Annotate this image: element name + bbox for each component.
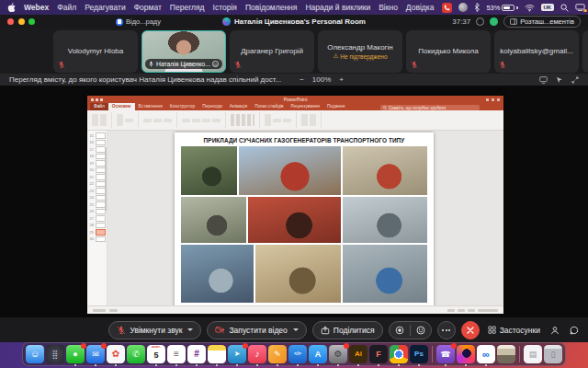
webex-call-icon[interactable] bbox=[442, 3, 452, 13]
slide-thumbnail-18[interactable]: 18 bbox=[88, 154, 106, 160]
participant-tile-1[interactable]: Наталія Цивенко...⊙ bbox=[141, 30, 226, 73]
reminders-icon[interactable]: ≡ bbox=[167, 345, 186, 363]
facetime-icon[interactable]: ✆ bbox=[127, 345, 145, 363]
slack-icon[interactable]: # bbox=[187, 345, 206, 363]
apps-button[interactable]: Застосунки bbox=[488, 326, 540, 335]
minimized-presentation-window-icon[interactable] bbox=[497, 345, 515, 363]
menu-item-4[interactable]: Перегляд bbox=[170, 3, 205, 12]
slide-thumbnail-16[interactable]: 16 bbox=[88, 140, 106, 146]
chrome-icon[interactable] bbox=[390, 345, 408, 363]
slide-thumbnail-25[interactable]: 25 bbox=[88, 201, 106, 208]
slide-thumbnail-26[interactable]: 26 bbox=[88, 209, 106, 215]
zoom-window-button[interactable] bbox=[28, 18, 35, 25]
calendar-icon[interactable]: жовт.5 bbox=[147, 345, 165, 363]
connection-indicator-icon[interactable] bbox=[476, 17, 484, 26]
bluetooth-icon[interactable] bbox=[474, 3, 480, 12]
input-source-uk[interactable]: UK bbox=[541, 4, 554, 11]
menu-item-6[interactable]: Повідомлення bbox=[245, 3, 297, 12]
menu-item-9[interactable]: Довідка bbox=[406, 3, 435, 12]
shared-doc-tab[interactable]: Відо...раду bbox=[116, 17, 161, 26]
ribbon-group[interactable] bbox=[182, 112, 226, 128]
ppt-tab-5[interactable]: Анімація bbox=[226, 103, 251, 110]
gray-orb-icon[interactable] bbox=[458, 3, 468, 12]
menu-item-7[interactable]: Наради й виклики bbox=[305, 3, 370, 12]
slide-thumbnail-19[interactable]: 19 bbox=[88, 160, 106, 167]
menu-item-2[interactable]: Редагувати bbox=[85, 3, 125, 12]
participant-tile-2[interactable]: Драганер Григорій bbox=[230, 30, 314, 73]
firefox-icon[interactable] bbox=[457, 345, 475, 363]
ppt-quick-access-toolbar[interactable] bbox=[91, 98, 103, 101]
slide-thumbnail-27[interactable]: 27 bbox=[88, 215, 106, 222]
slide-thumbnail-15[interactable]: 15 bbox=[88, 132, 106, 139]
slide-thumbnail-28[interactable]: 28 bbox=[88, 223, 106, 229]
menu-item-5[interactable]: Історія bbox=[213, 3, 237, 12]
system-settings-icon[interactable]: ⚙ bbox=[329, 345, 347, 363]
slide-thumbnail-29[interactable]: 29 bbox=[88, 229, 106, 236]
ppt-window-controls[interactable] bbox=[486, 98, 500, 101]
wifi-icon[interactable] bbox=[525, 4, 535, 12]
display-view-icon[interactable] bbox=[539, 76, 548, 84]
close-window-button[interactable] bbox=[7, 18, 14, 25]
illustrator-icon[interactable]: Ai bbox=[349, 345, 368, 363]
screen-mirroring-icon[interactable] bbox=[575, 4, 585, 11]
share-button[interactable]: Поділитися bbox=[312, 321, 383, 339]
ppt-tab-7[interactable]: Рецензування bbox=[288, 103, 323, 110]
reactions-button[interactable] bbox=[416, 326, 425, 335]
slide-thumbnail-24[interactable]: 24 bbox=[88, 195, 106, 201]
downloads-stack-icon[interactable]: ▤ bbox=[524, 345, 542, 363]
slide-thumbnail-23[interactable]: 23 bbox=[88, 188, 106, 194]
slide-thumbnail-17[interactable]: 17 bbox=[88, 146, 106, 153]
vscode-icon[interactable]: </> bbox=[288, 345, 307, 363]
slide-thumbnail-21[interactable]: 21 bbox=[88, 174, 106, 180]
slide-thumbnail-22[interactable]: 22 bbox=[88, 181, 106, 188]
ppt-tab-2[interactable]: Вставлення bbox=[135, 103, 166, 110]
ppt-tab-6[interactable]: Показ слайдів bbox=[251, 103, 287, 110]
ppt-tab-3[interactable]: Конструктор bbox=[166, 103, 198, 110]
minimize-window-button[interactable] bbox=[18, 18, 25, 25]
annotate-pointer-icon[interactable] bbox=[556, 76, 563, 84]
ribbon-group[interactable] bbox=[231, 112, 260, 128]
telegram-icon[interactable]: ➤ bbox=[228, 345, 246, 363]
thumbnails-scrollbar[interactable] bbox=[105, 147, 107, 212]
notes-icon[interactable] bbox=[208, 345, 226, 363]
ribbon-group[interactable] bbox=[117, 112, 139, 128]
trash-icon[interactable]: ▯ bbox=[544, 345, 562, 363]
ppt-tab-0[interactable]: Файл bbox=[90, 103, 108, 110]
video-options-chevron[interactable] bbox=[293, 328, 299, 331]
app-store-icon[interactable]: A bbox=[309, 345, 327, 363]
spotlight-icon[interactable] bbox=[560, 4, 569, 12]
unmute-options-chevron[interactable] bbox=[187, 328, 193, 331]
participants-panel-button[interactable] bbox=[550, 326, 560, 335]
participant-tile-5[interactable]: kolyabalitsky@gmail... bbox=[494, 30, 579, 73]
menu-item-1[interactable]: Файл bbox=[57, 3, 76, 12]
pencil-app-icon[interactable]: ✎ bbox=[268, 345, 287, 363]
mail-icon[interactable]: ✉ bbox=[86, 345, 105, 363]
ppt-tab-8[interactable]: Подання bbox=[323, 103, 348, 110]
ppt-tab-1[interactable]: Основне bbox=[108, 103, 135, 110]
apple-menu[interactable] bbox=[7, 3, 16, 13]
messages-icon[interactable]: ● bbox=[66, 345, 85, 363]
participant-tile-3[interactable]: Олександр Макогін⚠Не підтверджено bbox=[318, 30, 402, 73]
leave-meeting-button[interactable] bbox=[461, 321, 480, 339]
menu-item-8[interactable]: Вікно bbox=[379, 3, 398, 12]
battery-icon[interactable]: 53% bbox=[486, 4, 518, 12]
ppt-tab-4[interactable]: Переходи bbox=[198, 103, 226, 110]
finder-icon[interactable]: ☺ bbox=[26, 345, 44, 363]
launchpad-icon[interactable]: ⣿ bbox=[46, 345, 64, 363]
participant-tile-6[interactable] bbox=[582, 30, 588, 73]
ribbon-group[interactable] bbox=[143, 112, 177, 128]
menu-item-0[interactable]: Webex bbox=[24, 3, 49, 12]
ribbon-group[interactable] bbox=[92, 112, 112, 128]
zoom-in-button[interactable]: + bbox=[339, 75, 344, 84]
viber-icon[interactable]: ☎ bbox=[436, 345, 455, 363]
figma-icon[interactable]: F bbox=[369, 345, 388, 363]
chat-panel-button[interactable] bbox=[570, 326, 579, 335]
slide-thumbnail-20[interactable]: 20 bbox=[88, 167, 106, 174]
record-button[interactable] bbox=[395, 326, 404, 335]
expand-fullscreen-icon[interactable] bbox=[571, 76, 579, 84]
participant-tile-4[interactable]: Покидько Микола bbox=[406, 30, 491, 73]
meta-icon[interactable]: ∞ bbox=[477, 345, 495, 363]
zoom-out-button[interactable]: − bbox=[300, 75, 304, 84]
photos-icon[interactable]: ✿ bbox=[107, 345, 125, 363]
music-icon[interactable]: ♪ bbox=[248, 345, 266, 363]
